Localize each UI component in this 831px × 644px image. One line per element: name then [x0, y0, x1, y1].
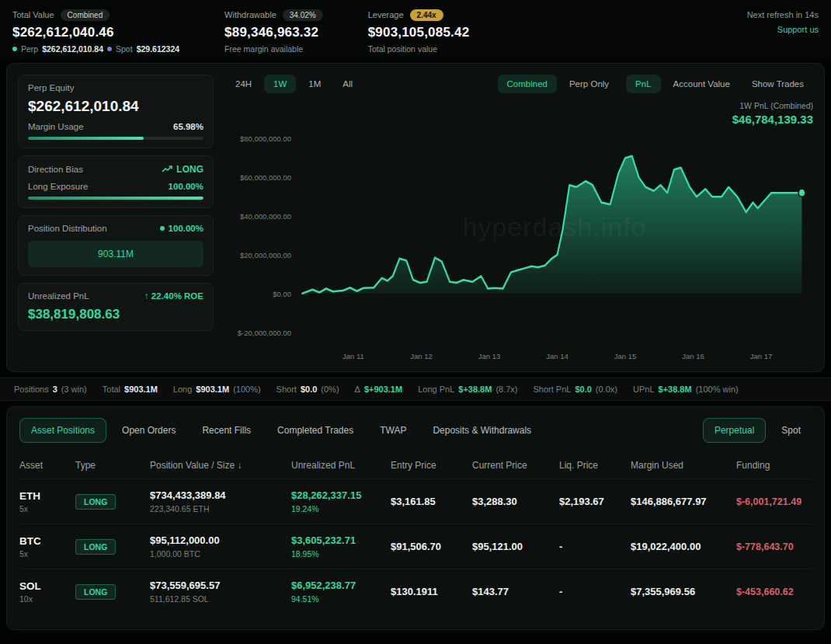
- cell-margin-used: $146,886,677.97: [631, 496, 736, 507]
- pnl-chart[interactable]: $80,000,000.00$60,000,000.00$40,000,000.…: [226, 129, 813, 360]
- position-distribution-label: Position Distribution: [28, 224, 107, 233]
- col-position-value-size[interactable]: Position Value / Size ↓: [150, 460, 291, 471]
- cell-position-value: $73,559,695.57511,612.85 SOL: [150, 580, 291, 604]
- spot-dot-icon: [107, 47, 112, 51]
- cell-unrealized-pnl: $6,952,238.7794.51%: [291, 580, 391, 604]
- cell-current-price: $95,121.00: [472, 541, 559, 552]
- cell-current-price: $3,288.30: [472, 496, 559, 507]
- mode-perp-only[interactable]: Perp Only: [560, 75, 618, 93]
- positions-table: AssetTypePosition Value / Size ↓Unrealiz…: [19, 455, 812, 614]
- leverage-stat: Leverage 2.44x $903,105,085.42 Total pos…: [368, 8, 470, 54]
- perp-dot-icon: [12, 47, 17, 51]
- cell-type: LONG: [75, 494, 150, 510]
- view-show-trades[interactable]: Show Trades: [742, 75, 813, 93]
- position-distribution-card: Position Distribution 100.00% 903.11M: [18, 215, 214, 276]
- col-asset: Asset: [19, 460, 75, 471]
- tab-deposits-withdrawals[interactable]: Deposits & Withdrawals: [422, 419, 542, 442]
- positions-tabs: Asset PositionsOpen OrdersRecent FillsCo…: [19, 418, 542, 443]
- long-exposure-label: Long Exposure: [28, 182, 88, 191]
- pnl-area-chart: [299, 129, 810, 342]
- cell-position-value: $734,433,389.84223,340.65 ETH: [150, 489, 291, 513]
- table-row-sol[interactable]: SOL10xLONG$73,559,695.57511,612.85 SOL$6…: [19, 569, 812, 614]
- view-pnl[interactable]: PnL: [626, 75, 660, 93]
- total-value-amount: $262,612,040.46: [12, 25, 179, 40]
- perp-equity-card: Perp Equity $262,612,010.84 Margin Usage…: [18, 75, 214, 148]
- x-tick-label: Jan 16: [682, 352, 704, 360]
- positions-summary-strip: Positions3(3 win)Total$903.1MLong$903.1M…: [0, 378, 831, 401]
- leverage-amount: $903,105,085.42: [368, 25, 470, 40]
- summary-upnl: UPnL$+38.8M(100% win): [633, 385, 739, 394]
- summary-short: Short$0.0(0%): [276, 385, 339, 394]
- total-value-label: Total Value: [12, 10, 54, 19]
- col-unrealized-pnl: Unrealized PnL: [291, 460, 391, 471]
- unrealized-pnl-value: $38,819,808.63: [28, 307, 203, 322]
- range-1w[interactable]: 1W: [264, 75, 296, 93]
- tab-open-orders[interactable]: Open Orders: [111, 419, 186, 442]
- x-tick-label: Jan 14: [546, 352, 568, 360]
- mode-combined[interactable]: Combined: [498, 75, 557, 93]
- tab-asset-positions[interactable]: Asset Positions: [19, 418, 106, 443]
- cell-unrealized-pnl: $3,605,232.7118.95%: [291, 534, 391, 559]
- summary-long: Long$903.1M(100%): [173, 385, 261, 394]
- tab-recent-fills[interactable]: Recent Fills: [191, 419, 262, 442]
- range-all[interactable]: All: [333, 75, 362, 93]
- market-perpetual[interactable]: Perpetual: [703, 418, 766, 443]
- cell-asset: BTC5x: [19, 535, 75, 559]
- distribution-bar: 903.11M: [28, 241, 203, 267]
- chart-summary-value: $46,784,139.33: [226, 113, 813, 126]
- margin-usage-label: Margin Usage: [28, 122, 84, 131]
- positions-panel: Asset PositionsOpen OrdersRecent FillsCo…: [6, 406, 825, 630]
- cell-margin-used: $19,022,400.00: [631, 541, 736, 552]
- withdrawable-amount: $89,346,963.32: [224, 25, 323, 40]
- cell-margin-used: $7,355,969.56: [631, 586, 736, 597]
- y-tick-label: $0.00: [273, 289, 291, 298]
- view-account-value[interactable]: Account Value: [664, 75, 739, 93]
- view-toggle-group: PnLAccount ValueShow Trades: [626, 75, 813, 93]
- spot-value: $29.612324: [137, 44, 179, 54]
- cell-asset: SOL10x: [19, 580, 75, 604]
- summary-positions: Positions3(3 win): [14, 385, 87, 394]
- perp-equity-label: Perp Equity: [28, 83, 203, 92]
- withdrawable-pct-badge: 34.02%: [283, 9, 323, 21]
- tab-completed-trades[interactable]: Completed Trades: [266, 419, 364, 442]
- support-us-link[interactable]: Support us: [747, 23, 819, 37]
- direction-bias-value: LONG: [176, 164, 203, 175]
- mode-toggle-group: CombinedPerp Only: [498, 75, 619, 93]
- range-24h[interactable]: 24H: [226, 75, 261, 93]
- cell-current-price: $143.77: [472, 586, 559, 597]
- col-margin-used: Margin Used: [631, 460, 736, 471]
- unrealized-pnl-card: Unrealized PnL ↑ 22.40% ROE $38,819,808.…: [18, 283, 214, 331]
- withdrawable-stat: Withdrawable 34.02% $89,346,963.32 Free …: [224, 8, 323, 54]
- cell-liq-price: -: [559, 586, 631, 597]
- table-header-row: AssetTypePosition Value / Size ↓Unrealiz…: [19, 455, 812, 479]
- direction-bias-label: Direction Bias: [28, 165, 83, 174]
- cell-funding: $-6,001,721.49: [736, 496, 812, 507]
- cell-type: LONG: [75, 584, 150, 600]
- top-stats-bar: Total Value Combined $262,612,040.46 Per…: [0, 0, 831, 60]
- cell-entry-price: $3,161.85: [391, 496, 472, 507]
- cell-type: LONG: [75, 539, 150, 555]
- long-exposure-value: 100.00%: [169, 182, 203, 191]
- range-1m[interactable]: 1M: [299, 75, 330, 93]
- y-tick-label: $80,000,000.00: [240, 134, 291, 143]
- col-liq-price: Liq. Price: [559, 460, 631, 471]
- chart-x-axis: Jan 11Jan 12Jan 13Jan 14Jan 15Jan 16Jan …: [299, 345, 810, 360]
- cell-funding: $-453,660.62: [736, 587, 812, 597]
- col-funding: Funding: [736, 460, 812, 471]
- summary-short-pnl: Short PnL$0.0(0.0x): [534, 385, 617, 394]
- table-row-eth[interactable]: ETH5xLONG$734,433,389.84223,340.65 ETH$2…: [19, 479, 812, 524]
- chart-summary-label: 1W PnL (Combined): [226, 101, 813, 110]
- col-type: Type: [75, 460, 150, 471]
- x-tick-label: Jan 11: [342, 352, 364, 360]
- cell-entry-price: $130.1911: [391, 586, 472, 597]
- market-spot[interactable]: Spot: [770, 419, 812, 442]
- cell-asset: ETH5x: [19, 490, 75, 513]
- margin-usage-bar: [28, 137, 203, 140]
- withdrawable-sub: Free margin available: [224, 44, 303, 54]
- x-tick-label: Jan 13: [478, 352, 501, 360]
- perp-label: Perp: [21, 44, 38, 54]
- distribution-bar-label: 903.11M: [98, 249, 134, 259]
- table-row-btc[interactable]: BTC5xLONG$95,112,000.001,000.00 BTC$3,60…: [19, 524, 812, 569]
- tab-twap[interactable]: TWAP: [369, 419, 417, 442]
- leverage-label: Leverage: [368, 10, 404, 19]
